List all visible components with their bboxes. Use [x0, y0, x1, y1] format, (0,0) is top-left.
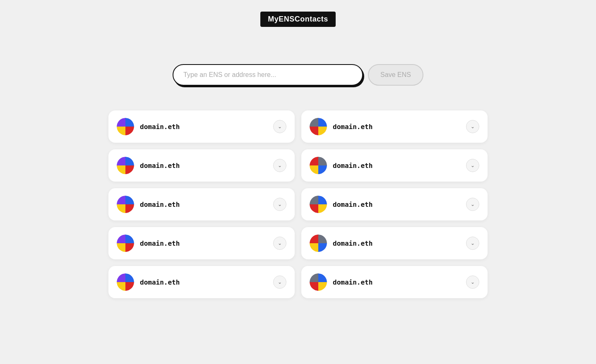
chevron-down-icon: ⌄ [471, 201, 475, 207]
chevron-down-icon: ⌄ [278, 163, 282, 168]
contact-left: domain.eth [310, 273, 372, 291]
contact-left: domain.eth [310, 157, 372, 174]
contact-left: domain.eth [310, 118, 372, 135]
contact-card: domain.eth ⌄ [108, 266, 295, 298]
contact-name: domain.eth [333, 123, 372, 131]
ens-avatar [117, 157, 134, 174]
expand-contact-button[interactable]: ⌄ [466, 275, 479, 289]
chevron-down-icon: ⌄ [278, 201, 282, 207]
expand-contact-button[interactable]: ⌄ [466, 237, 479, 250]
expand-contact-button[interactable]: ⌄ [273, 159, 286, 172]
chevron-down-icon: ⌄ [278, 279, 282, 285]
chevron-down-icon: ⌄ [278, 124, 282, 129]
contact-name: domain.eth [140, 123, 180, 131]
contact-card: domain.eth ⌄ [108, 227, 295, 259]
ens-avatar [310, 118, 327, 135]
contact-name: domain.eth [140, 239, 180, 247]
chevron-down-icon: ⌄ [471, 163, 475, 168]
expand-contact-button[interactable]: ⌄ [273, 198, 286, 211]
contact-card: domain.eth ⌄ [108, 149, 295, 182]
contact-name: domain.eth [333, 239, 372, 247]
contact-card: domain.eth ⌄ [301, 266, 488, 298]
contact-left: domain.eth [310, 196, 372, 213]
expand-contact-button[interactable]: ⌄ [273, 275, 286, 289]
ens-avatar [117, 235, 134, 252]
app-title: MyENSContacts [268, 15, 328, 23]
save-ens-button[interactable]: Save ENS [368, 64, 423, 86]
contact-left: domain.eth [117, 273, 180, 291]
ens-search-input[interactable] [173, 64, 363, 86]
chevron-down-icon: ⌄ [471, 279, 475, 285]
contact-card: domain.eth ⌄ [108, 110, 295, 143]
contact-card: domain.eth ⌄ [301, 149, 488, 182]
ens-avatar [310, 273, 327, 291]
contact-left: domain.eth [310, 235, 372, 252]
ens-avatar [310, 235, 327, 252]
expand-contact-button[interactable]: ⌄ [273, 120, 286, 133]
contact-name: domain.eth [140, 278, 180, 286]
contact-left: domain.eth [117, 157, 180, 174]
expand-contact-button[interactable]: ⌄ [466, 159, 479, 172]
contact-left: domain.eth [117, 235, 180, 252]
expand-contact-button[interactable]: ⌄ [466, 120, 479, 133]
contact-name: domain.eth [333, 201, 372, 208]
contact-left: domain.eth [117, 118, 180, 135]
contacts-grid: domain.eth ⌄ domain.eth ⌄ [108, 110, 488, 298]
chevron-down-icon: ⌄ [278, 240, 282, 246]
contact-card: domain.eth ⌄ [301, 188, 488, 220]
contact-name: domain.eth [333, 278, 372, 286]
contact-name: domain.eth [333, 162, 372, 170]
contact-name: domain.eth [140, 201, 180, 208]
ens-avatar [117, 273, 134, 291]
search-section: Save ENS [173, 64, 423, 86]
ens-avatar [310, 196, 327, 213]
contact-left: domain.eth [117, 196, 180, 213]
ens-avatar [117, 118, 134, 135]
contact-card: domain.eth ⌄ [301, 110, 488, 143]
expand-contact-button[interactable]: ⌄ [273, 237, 286, 250]
ens-avatar [117, 196, 134, 213]
header-bar: MyENSContacts [260, 12, 336, 27]
expand-contact-button[interactable]: ⌄ [466, 198, 479, 211]
chevron-down-icon: ⌄ [471, 124, 475, 129]
chevron-down-icon: ⌄ [471, 240, 475, 246]
contact-name: domain.eth [140, 162, 180, 170]
ens-avatar [310, 157, 327, 174]
contact-card: domain.eth ⌄ [301, 227, 488, 259]
contact-card: domain.eth ⌄ [108, 188, 295, 220]
